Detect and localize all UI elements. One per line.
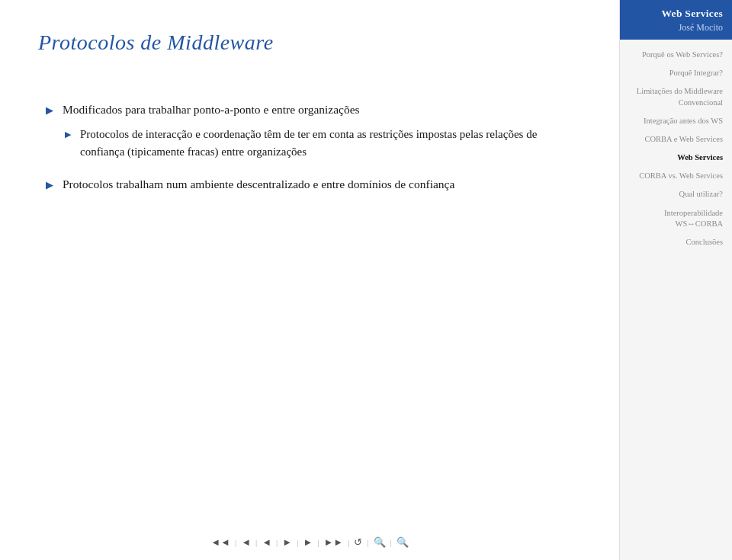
nav-zoom-out-button[interactable]: 🔍 xyxy=(374,536,386,549)
sidebar-nav-item-9[interactable]: Interoperabilidade WS↔CORBA xyxy=(620,204,732,233)
sub-bullet-1: ▶ Protocolos de interacção e coordenação… xyxy=(65,126,581,160)
bullet-item-1: ▶ Modificados para trabalhar ponto-a-pon… xyxy=(46,101,581,160)
nav-first-button[interactable]: ◄◄ xyxy=(210,536,230,549)
content-body: ▶ Modificados para trabalhar ponto-a-pon… xyxy=(38,101,581,530)
sub-bullet-text-1: Protocolos de interacção e coordenação t… xyxy=(80,126,581,160)
nav-sep-2: | xyxy=(255,538,257,547)
sidebar-nav-item-4[interactable]: Integração antes dos WS xyxy=(620,112,732,130)
nav-sep-5: | xyxy=(317,538,319,547)
sidebar-nav-item-10[interactable]: Conclusões xyxy=(620,233,732,251)
nav-sep-4: | xyxy=(297,538,298,547)
sidebar-nav-item-2[interactable]: Porquê Integrar? xyxy=(620,64,732,82)
nav-next-button[interactable]: ► xyxy=(303,536,313,549)
sidebar-subtitle: José Mocito xyxy=(629,22,723,34)
sidebar-title: Web Services xyxy=(629,8,723,20)
sidebar-nav: Porquê os Web Services?Porquê Integrar?L… xyxy=(620,40,732,258)
nav-sep-7: | xyxy=(367,538,368,547)
bullet-item-2: ▶ Protocolos trabalham num ambiente desc… xyxy=(46,175,581,193)
sidebar-header: Web Services José Mocito xyxy=(620,0,732,40)
nav-reset-button[interactable]: ↺ xyxy=(354,536,362,549)
nav-sep-3: | xyxy=(276,538,278,547)
nav-sep-6: | xyxy=(348,538,349,547)
sub-bullet-icon-1: ▶ xyxy=(65,128,71,141)
bullet-icon-1: ▶ xyxy=(46,103,53,118)
slide-title: Protocolos de Middleware xyxy=(38,30,581,55)
nav-forward-button[interactable]: ► xyxy=(282,536,292,549)
sidebar-nav-item-1[interactable]: Porquê os Web Services? xyxy=(620,46,732,64)
bottom-navigation: ◄◄ | ◄ | ◄ | ► | ► | ►► | ↺ | 🔍 | 🔍 xyxy=(0,536,619,549)
sidebar-nav-item-6[interactable]: Web Services xyxy=(620,149,732,167)
nav-back-button[interactable]: ◄ xyxy=(262,536,271,549)
sidebar-nav-item-5[interactable]: CORBA e Web Services xyxy=(620,130,732,149)
sidebar: Web Services José Mocito Porquê os Web S… xyxy=(619,0,732,560)
bullet-text-1: Modificados para trabalhar ponto-a-ponto… xyxy=(63,101,581,118)
nav-prev-button[interactable]: ◄ xyxy=(241,536,251,549)
nav-last-button[interactable]: ►► xyxy=(323,536,343,549)
slide-container: Protocolos de Middleware ▶ Modificados p… xyxy=(0,0,619,560)
sidebar-nav-item-7[interactable]: CORBA vs. Web Services xyxy=(620,167,732,185)
bullet-icon-2: ▶ xyxy=(46,178,53,193)
nav-sep-1: | xyxy=(235,538,236,547)
nav-zoom-in-button[interactable]: 🔍 xyxy=(396,536,409,549)
sidebar-nav-item-3[interactable]: Limitações do Middleware Convencional xyxy=(620,82,732,111)
sidebar-nav-item-8[interactable]: Qual utilizar? xyxy=(620,185,732,203)
nav-sep-8: | xyxy=(390,538,392,547)
bullet-text-2: Protocolos trabalham num ambiente descen… xyxy=(63,175,581,193)
